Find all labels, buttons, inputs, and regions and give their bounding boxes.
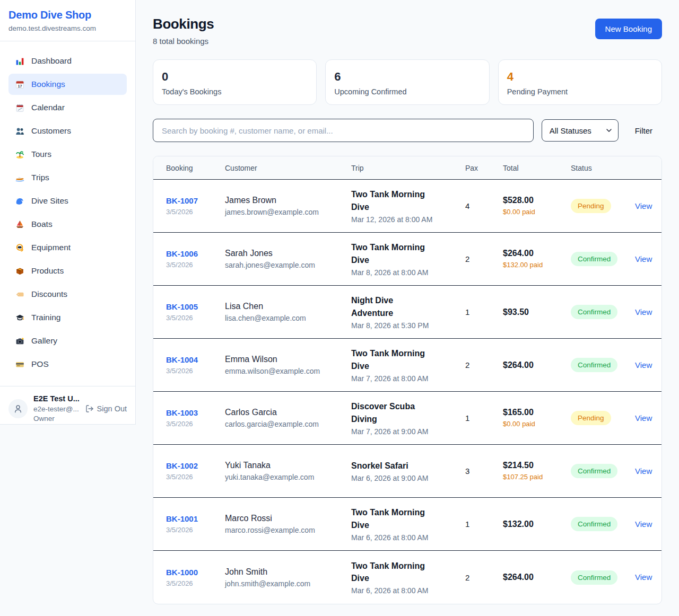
stat-card-upcoming-confirmed: 6 Upcoming Confirmed	[325, 59, 489, 105]
sidebar-item-label: Dashboard	[31, 56, 72, 66]
customer-name: Sarah Jones	[225, 249, 344, 258]
sidebar-item-gallery[interactable]: Gallery	[8, 330, 127, 351]
column-header-customer: Customer	[225, 164, 351, 172]
status-filter-select[interactable]: All Statuses	[542, 119, 619, 142]
customer-email: marco.rossi@example.com	[225, 526, 344, 534]
brand-name[interactable]: Demo Dive Shop	[8, 9, 127, 21]
status-badge: Confirmed	[571, 358, 617, 372]
customer-email: sarah.jones@example.com	[225, 261, 344, 269]
customer-email: emma.wilson@example.com	[225, 367, 344, 375]
status-cell: Confirmed	[571, 349, 635, 381]
booking-id-link[interactable]: BK-1006	[166, 249, 198, 258]
filter-button[interactable]: Filter	[626, 126, 662, 135]
booking-date: 3/5/2026	[166, 367, 217, 375]
new-booking-button[interactable]: New Booking	[595, 19, 662, 39]
trip-title: Snorkel Safari	[351, 460, 436, 472]
camera-icon	[15, 337, 25, 346]
search-input[interactable]	[153, 119, 534, 142]
credit-card-icon	[15, 360, 25, 369]
trip-title: Two Tank Morning Dive	[351, 347, 436, 372]
view-link[interactable]: View	[635, 307, 652, 316]
view-link[interactable]: View	[635, 520, 652, 529]
sidebar-item-pos[interactable]: POS	[8, 354, 127, 375]
view-link[interactable]: View	[635, 254, 652, 263]
user-role: Owner	[33, 414, 80, 424]
sidebar-item-label: Equipment	[31, 243, 71, 252]
total-cell: $93.50	[503, 299, 571, 325]
booking-id-link[interactable]: BK-1000	[166, 568, 198, 577]
pax-cell: 3	[465, 458, 503, 484]
trip-datetime: Mar 7, 2026 at 8:00 AM	[351, 374, 458, 383]
status-badge: Pending	[571, 199, 611, 213]
trip-cell: Night Dive Adventure Mar 8, 2026 at 5:30…	[351, 286, 465, 338]
view-link[interactable]: View	[635, 201, 652, 210]
trip-title: Two Tank Morning Dive	[351, 188, 436, 213]
booking-id-link[interactable]: BK-1005	[166, 302, 198, 311]
main-content: Bookings 8 total bookings New Booking 0 …	[136, 0, 679, 616]
booking-id-link[interactable]: BK-1007	[166, 196, 198, 205]
status-cell: Confirmed	[571, 296, 635, 328]
view-link[interactable]: View	[635, 413, 652, 423]
sidebar-item-discounts[interactable]: Discounts	[8, 284, 127, 305]
stats-row: 0 Today's Bookings 6 Upcoming Confirmed …	[153, 59, 662, 105]
sidebar-item-training[interactable]: Training	[8, 307, 127, 328]
booking-id-link[interactable]: BK-1001	[166, 514, 198, 523]
sidebar-item-label: Trips	[31, 173, 49, 182]
pax-cell: 2	[465, 565, 503, 591]
trip-cell: Discover Scuba Diving Mar 7, 2026 at 9:0…	[351, 392, 465, 444]
avatar	[8, 399, 28, 418]
total-cell: $264.00 $132.00 paid	[503, 240, 571, 278]
booking-date: 3/5/2026	[166, 261, 217, 269]
booking-id-link[interactable]: BK-1002	[166, 461, 198, 470]
sidebar-item-tours[interactable]: Tours	[8, 144, 127, 165]
booking-cell: BK-1000 3/5/2026	[166, 559, 225, 596]
sidebar-item-label: Training	[31, 313, 60, 322]
booking-date: 3/5/2026	[166, 473, 217, 481]
customer-name: Emma Wilson	[225, 355, 344, 364]
brand: Demo Dive Shop demo.test.divestreams.com	[0, 0, 135, 41]
page-title: Bookings	[153, 16, 214, 32]
table-header: Booking Customer Trip Pax Total Status	[153, 156, 661, 180]
view-link[interactable]: View	[635, 573, 652, 582]
view-link[interactable]: View	[635, 360, 652, 369]
svg-text:17: 17	[18, 83, 22, 88]
sidebar-item-bookings[interactable]: 17Bookings	[8, 74, 127, 95]
sidebar-item-label: POS	[31, 359, 49, 369]
total-cell: $165.00 $0.00 paid	[503, 399, 571, 437]
paid-amount: $132.00 paid	[503, 260, 551, 270]
trip-cell: Two Tank Morning Dive Mar 8, 2026 at 8:0…	[351, 233, 465, 285]
booking-cell: BK-1007 3/5/2026	[166, 188, 225, 224]
bookings-table: Booking Customer Trip Pax Total Status B…	[153, 156, 662, 604]
trip-cell: Two Tank Morning Dive Mar 7, 2026 at 8:0…	[351, 339, 465, 391]
booking-date: 3/5/2026	[166, 420, 217, 428]
sidebar-item-customers[interactable]: Customers	[8, 120, 127, 142]
sidebar-item-equipment[interactable]: Equipment	[8, 237, 127, 258]
sidebar-item-trips[interactable]: Trips	[8, 167, 127, 188]
controls-row: All Statuses Filter	[153, 119, 662, 142]
sidebar-item-calendar[interactable]: Calendar	[8, 97, 127, 118]
total-amount: $264.00	[503, 360, 563, 370]
sidebar-item-dashboard[interactable]: Dashboard	[8, 50, 127, 72]
trip-title: Two Tank Morning Dive	[351, 506, 436, 531]
booking-id-link[interactable]: BK-1003	[166, 408, 198, 417]
actions-cell: View	[635, 405, 661, 432]
table-row: BK-1002 3/5/2026 Yuki Tanaka yuki.tanaka…	[153, 445, 661, 498]
calendar-date-icon: 17	[15, 80, 25, 89]
user-info: E2E Test U... e2e-tester@... Owner	[33, 394, 80, 424]
trip-cell: Two Tank Morning Dive Mar 6, 2026 at 8:0…	[351, 498, 465, 550]
stat-value: 6	[334, 70, 480, 84]
sailboat-icon	[15, 220, 25, 229]
table-row: BK-1007 3/5/2026 James Brown james.brown…	[153, 180, 661, 233]
sidebar-item-dive-sites[interactable]: Dive Sites	[8, 190, 127, 212]
view-link[interactable]: View	[635, 467, 652, 476]
trip-cell: Two Tank Morning Dive Mar 12, 2026 at 8:…	[351, 180, 465, 232]
sidebar-item-products[interactable]: Products	[8, 260, 127, 281]
sign-out-button[interactable]: Sign Out	[85, 404, 127, 413]
trip-datetime: Mar 8, 2026 at 5:30 PM	[351, 321, 458, 330]
wave-icon	[15, 197, 25, 206]
sidebar-item-boats[interactable]: Boats	[8, 214, 127, 235]
paid-amount: $107.25 paid	[503, 472, 551, 482]
total-cell: $528.00 $0.00 paid	[503, 187, 571, 225]
booking-id-link[interactable]: BK-1004	[166, 355, 198, 364]
trip-cell: Snorkel Safari Mar 6, 2026 at 9:00 AM	[351, 451, 465, 491]
